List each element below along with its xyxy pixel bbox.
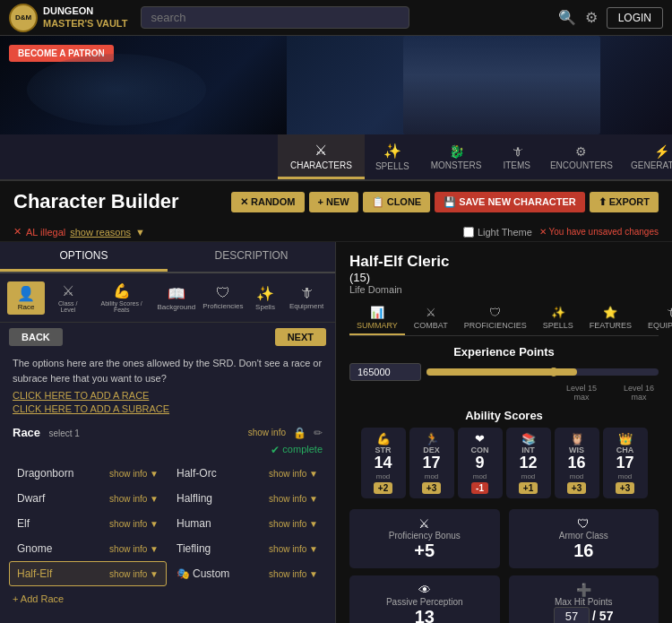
int-mod: +1 (519, 482, 538, 494)
proficiencies-icon: 🛡 (216, 285, 230, 301)
char-tab-equipment[interactable]: 🗡 EQUIPMENT (641, 302, 672, 335)
gear-icon[interactable]: ⚙ (585, 9, 598, 26)
tab-monsters[interactable]: 🐉 MONSTERS (420, 134, 493, 179)
hero-banner: BECOME A PATRON (0, 36, 672, 134)
tab-characters[interactable]: ⚔ CHARACTERS (278, 134, 365, 179)
equipment-tab-icon: 🗡 (666, 306, 672, 319)
half-elf-info[interactable]: show info ▼ (109, 569, 159, 579)
race-nav-ability[interactable]: 💪 Ability Scores / Feats (91, 279, 152, 316)
tab-options[interactable]: OPTIONS (0, 242, 168, 272)
int-icon: 📚 (521, 432, 536, 446)
elf-info[interactable]: show info ▼ (109, 519, 159, 529)
alert-bar: ✕ AL illegal show reasons ▼ Light Theme … (0, 222, 672, 242)
race-item-gnome[interactable]: Gnome show info ▼ (9, 536, 167, 561)
equipment-icon: 🗡 (299, 285, 314, 301)
light-theme-checkbox[interactable] (463, 227, 474, 238)
race-item-tiefling[interactable]: Tiefling show info ▼ (168, 536, 326, 561)
wis-sub: mod (570, 472, 584, 480)
char-tab-proficiencies[interactable]: 🛡 PROFICIENCIES (457, 302, 534, 335)
race-info: The options here are the ones allowed by… (0, 351, 335, 419)
str-mod: +2 (374, 482, 392, 494)
add-race-link[interactable]: CLICK HERE TO ADD A RACE (13, 390, 323, 401)
char-tab-features[interactable]: ⭐ FEATURES (582, 302, 639, 335)
new-button[interactable]: + NEW (309, 192, 358, 212)
char-tab-summary[interactable]: 📊 SUMMARY (349, 302, 405, 335)
halfling-info[interactable]: show info ▼ (269, 494, 318, 504)
next-button[interactable]: NEXT (275, 328, 326, 346)
random-button[interactable]: ✕ RANDOM (231, 192, 305, 212)
wis-value: 16 (567, 454, 585, 472)
tab-spells[interactable]: ✨ SPELLS (365, 134, 420, 179)
unsaved-changes: ✕ You have unsaved changes (539, 227, 659, 237)
export-icon: ⬆ (599, 196, 607, 208)
add-race[interactable]: + Add Race (0, 586, 335, 611)
show-info-top[interactable]: show info (248, 428, 286, 437)
race-item-halfling[interactable]: Halfling show info ▼ (168, 486, 326, 511)
passive-perception-value: 13 (360, 607, 489, 623)
race-nav-class[interactable]: ⚔ Class / Level (47, 279, 89, 316)
equipment-nav-label: Equipment (289, 302, 323, 310)
armor-class-box: 🛡 Armor Class 16 (509, 509, 659, 568)
proficiency-label: Proficiency Bonus (360, 531, 489, 541)
race-nav-background[interactable]: 📖 Background (155, 281, 198, 315)
nav-buttons: BACK NEXT (0, 323, 335, 351)
xp-section: Experience Points Level 15 max Level 16 … (349, 345, 659, 402)
search-input[interactable] (141, 6, 409, 29)
back-button[interactable]: BACK (9, 328, 63, 346)
tab-encounters[interactable]: ⚙ ENCOUNTERS (541, 134, 622, 179)
hp-current-input[interactable] (554, 607, 590, 623)
show-reasons-link[interactable]: show reasons (70, 227, 131, 238)
tab-characters-label: CHARACTERS (290, 160, 352, 170)
half-orc-info[interactable]: show info ▼ (269, 469, 318, 479)
race-item-elf[interactable]: Elf show info ▼ (9, 511, 167, 536)
save-button[interactable]: 💾 SAVE NEW CHARACTER (435, 192, 585, 212)
race-item-dwarf[interactable]: Dwarf show info ▼ (9, 486, 167, 511)
race-nav-race[interactable]: 👤 Race (7, 281, 45, 315)
tab-description[interactable]: DESCRIPTION (168, 242, 335, 272)
race-nav-equipment[interactable]: 🗡 Equipment (285, 281, 328, 314)
armor-icon: 🛡 (520, 516, 649, 531)
dragonborn-info[interactable]: show info ▼ (109, 469, 159, 479)
search-icon[interactable]: 🔍 (558, 9, 576, 26)
race-item-human[interactable]: Human show info ▼ (168, 511, 326, 536)
dwarf-info[interactable]: show info ▼ (109, 494, 159, 504)
race-item-half-elf[interactable]: Half-Elf show info ▼ (9, 561, 167, 586)
race-select-label: select 1 (48, 428, 79, 438)
race-item-dragonborn[interactable]: Dragonborn show info ▼ (9, 461, 167, 486)
race-halfling-label: Halfling (177, 492, 212, 505)
xp-input[interactable] (349, 363, 421, 381)
char-subclass: Life Domain (349, 284, 659, 295)
tiefling-info[interactable]: show info ▼ (269, 544, 318, 554)
human-info[interactable]: show info ▼ (269, 519, 318, 529)
custom-info[interactable]: show info ▼ (269, 569, 318, 579)
export-button[interactable]: ⬆ EXPORT (590, 192, 659, 212)
right-panel: Half-Elf Cleric (15) Life Domain 📊 SUMMA… (336, 242, 672, 623)
race-half-elf-label: Half-Elf (17, 567, 52, 580)
dex-mod: +3 (422, 482, 441, 494)
cha-value: 17 (616, 454, 633, 472)
edit-icon[interactable]: ✏ (314, 427, 323, 439)
save-icon: 💾 (444, 196, 456, 208)
race-item-custom[interactable]: 🎭 Custom show info ▼ (168, 561, 326, 586)
race-gnome-label: Gnome (17, 542, 52, 555)
gnome-info[interactable]: show info ▼ (109, 544, 159, 554)
tab-encounters-label: ENCOUNTERS (550, 160, 613, 170)
bottom-stats: ⚔ Proficiency Bonus +5 👁 Passive Percept… (349, 509, 659, 623)
hp-label: Max Hit Points (520, 597, 649, 607)
race-item-half-orc[interactable]: Half-Orc show info ▼ (168, 461, 326, 486)
char-tab-combat[interactable]: ⚔ COMBAT (407, 302, 455, 335)
logo[interactable]: D&M DUNGEON MASTER'S VAULT (9, 4, 127, 32)
add-subrace-link[interactable]: CLICK HERE TO ADD A SUBRACE (13, 403, 323, 414)
char-tab-spells[interactable]: ✨ SPELLS (536, 302, 581, 335)
login-button[interactable]: LOGIN (607, 7, 663, 29)
tab-items[interactable]: 🗡 ITEMS (492, 134, 541, 179)
tab-generators[interactable]: ⚡ GENERATORS (622, 134, 672, 179)
alert-icon: ✕ (13, 226, 22, 238)
race-nav-proficiencies[interactable]: 🛡 Proficiencies (201, 281, 246, 314)
race-nav-spells[interactable]: ✨ Spells (248, 281, 282, 315)
clone-button[interactable]: 📋 CLONE (363, 192, 431, 212)
header-right: 🔍 ⚙ LOGIN (558, 7, 663, 29)
int-score: 📚 INT 12 mod +1 (506, 428, 551, 498)
char-name: Half-Elf Cleric (349, 253, 659, 271)
race-tiefling-label: Tiefling (177, 542, 211, 555)
